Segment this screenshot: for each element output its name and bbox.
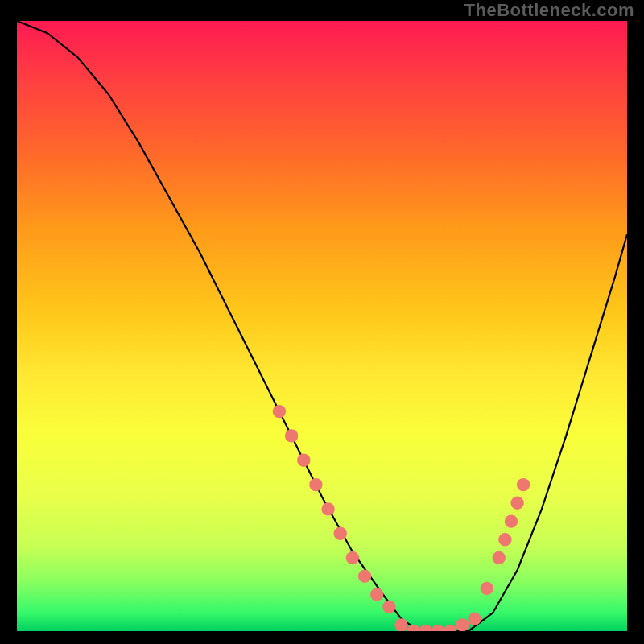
data-point xyxy=(394,618,407,631)
data-point xyxy=(493,551,506,564)
chart-frame: TheBottleneck.com xyxy=(0,0,644,644)
data-point xyxy=(321,502,334,515)
data-point xyxy=(456,618,469,631)
chart-svg xyxy=(17,21,627,631)
data-point xyxy=(334,527,347,540)
line-series xyxy=(17,21,627,631)
data-point xyxy=(407,625,420,631)
data-point xyxy=(297,454,310,467)
data-point xyxy=(309,478,322,491)
bottleneck-curve xyxy=(17,21,627,631)
data-point xyxy=(468,613,481,625)
data-point xyxy=(505,514,518,527)
data-point xyxy=(517,478,530,491)
data-point xyxy=(481,582,493,595)
data-point xyxy=(273,405,286,418)
data-point xyxy=(382,601,395,613)
data-point xyxy=(498,533,511,546)
data-point xyxy=(285,429,298,442)
data-point xyxy=(370,588,383,601)
data-point xyxy=(510,497,523,510)
marker-series xyxy=(273,405,530,631)
data-point xyxy=(346,551,359,564)
data-point xyxy=(358,570,371,583)
watermark-text: TheBottleneck.com xyxy=(464,0,634,21)
data-point xyxy=(419,625,432,631)
plot-area xyxy=(17,21,627,631)
data-point xyxy=(431,625,444,631)
data-point xyxy=(444,625,456,631)
